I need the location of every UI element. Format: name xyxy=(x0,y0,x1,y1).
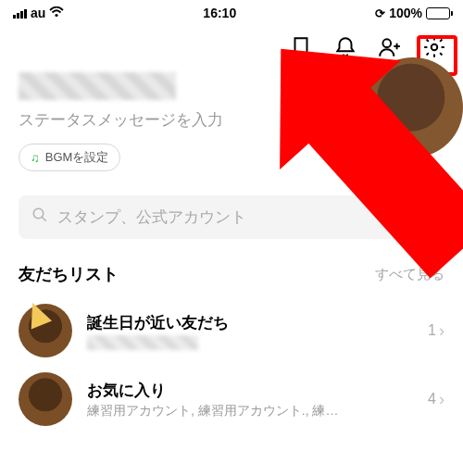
battery-icon xyxy=(426,7,450,19)
avatar-icon xyxy=(19,372,72,426)
carrier-label: au xyxy=(31,6,45,20)
notification-icon[interactable] xyxy=(333,35,357,59)
profile-section: ステータスメッセージを入力 ♫ BGMを設定 xyxy=(0,72,463,179)
list-item-birthday[interactable]: 誕生日が近い友だち 1 › xyxy=(19,296,444,365)
list-item-favorites[interactable]: お気に入り 練習用アカウント, 練習用アカウント., 練… 4 › xyxy=(19,365,444,433)
row-subtitle: 練習用アカウント, 練習用アカウント., 練… xyxy=(87,403,413,420)
status-left: au xyxy=(13,6,64,20)
clock: 16:10 xyxy=(203,6,236,20)
bookmark-icon[interactable] xyxy=(289,35,313,59)
status-bar: au 16:10 ⟳ 100% xyxy=(0,0,463,26)
avatar-icon xyxy=(19,304,72,357)
search-placeholder: スタンプ、公式アカウント xyxy=(57,207,402,228)
orientation-lock-icon: ⟳ xyxy=(375,6,385,20)
bgm-label: BGMを設定 xyxy=(45,149,109,166)
signal-icon xyxy=(13,7,27,19)
row-title: 誕生日が近い友だち xyxy=(87,312,413,333)
profile-avatar[interactable] xyxy=(363,57,463,157)
profile-name-redacted xyxy=(19,72,176,100)
bgm-set-button[interactable]: ♫ BGMを設定 xyxy=(19,144,120,171)
svg-point-0 xyxy=(56,14,58,17)
friends-section: 友だちリスト すべて見る 誕生日が近い友だち 1 › お気に入り 練習用アカウン… xyxy=(0,246,463,433)
row-subtitle-redacted xyxy=(87,335,198,350)
qr-scan-icon[interactable] xyxy=(411,207,432,228)
add-friend-icon[interactable] xyxy=(378,35,402,59)
chevron-right-icon: › xyxy=(439,391,444,407)
friends-title: 友だちリスト xyxy=(19,263,119,285)
svg-point-1 xyxy=(382,39,391,47)
row-count: 4 › xyxy=(428,391,444,407)
search-icon xyxy=(31,207,48,228)
status-right: ⟳ 100% xyxy=(375,6,450,20)
battery-pct: 100% xyxy=(389,6,422,20)
search-input[interactable]: スタンプ、公式アカウント xyxy=(19,195,444,239)
see-all-link[interactable]: すべて見る xyxy=(375,266,444,283)
row-count: 1 › xyxy=(428,322,444,339)
svg-point-3 xyxy=(33,208,44,219)
chevron-right-icon: › xyxy=(439,322,444,339)
row-title: お気に入り xyxy=(87,380,413,401)
wifi-icon xyxy=(49,6,64,20)
music-note-icon: ♫ xyxy=(31,151,40,165)
